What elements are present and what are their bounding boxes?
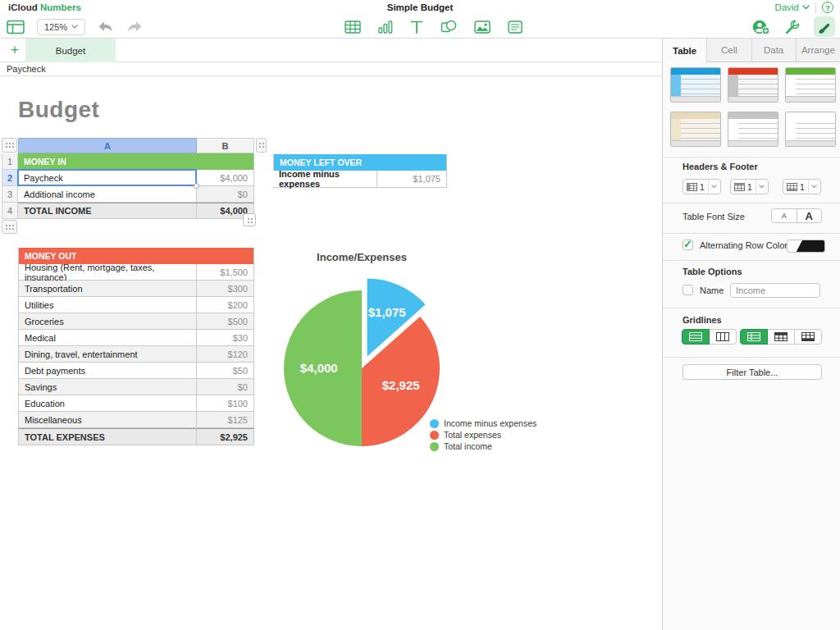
expense-value-cell[interactable]: $500 [197, 313, 254, 330]
increase-font-button[interactable]: A [797, 209, 822, 222]
expense-label-cell[interactable]: Dining, travel, entertainment [18, 346, 197, 363]
total-expenses-label-cell[interactable]: TOTAL EXPENSES [18, 428, 197, 445]
header-rows-stepper[interactable]: 1 [730, 179, 769, 194]
vertical-gridlines-button[interactable] [709, 329, 737, 345]
insert-media-button[interactable] [474, 21, 491, 34]
redo-icon [126, 21, 143, 34]
insert-comment-button[interactable] [508, 21, 523, 34]
formula-bar[interactable]: Paycheck [0, 62, 662, 76]
expense-value-cell[interactable]: $0 [197, 379, 254, 395]
expense-label-cell[interactable]: Medical [18, 330, 197, 346]
expense-value-cell[interactable]: $120 [197, 346, 254, 363]
table-style-swatch[interactable] [728, 67, 778, 103]
sheet-tab-budget[interactable]: Budget [25, 39, 116, 62]
insert-text-button[interactable] [410, 21, 423, 34]
table-name-input[interactable] [730, 283, 820, 298]
table-row-handle[interactable] [2, 220, 17, 234]
insert-shape-button[interactable] [441, 20, 457, 34]
table-name-checkbox[interactable] [682, 285, 693, 295]
leftover-value-cell[interactable]: $1,075 [377, 171, 447, 188]
income-label-cell[interactable]: Additional income [18, 186, 197, 203]
legend-item[interactable]: Total expenses [430, 430, 536, 440]
help-button[interactable]: ? [822, 2, 833, 13]
row-number-3[interactable]: 3 [2, 186, 18, 203]
format-button[interactable] [814, 16, 835, 37]
footer-rows-stepper[interactable]: 1 [783, 179, 821, 194]
expense-value-cell[interactable]: $50 [197, 363, 254, 379]
sheet-canvas[interactable]: Budget A B 1 2 3 4 MONEY IN [0, 77, 662, 630]
pie-chart[interactable]: $1,075$2,925$4,000 [272, 274, 452, 454]
row-number-4[interactable]: 4 [2, 203, 18, 219]
money-left-over-table[interactable]: MONEY LEFT OVER Income minus expenses $1… [273, 154, 447, 188]
inspector-tab[interactable]: Cell [707, 39, 751, 62]
income-expenses-pie-svg[interactable]: $1,075$2,925$4,000 [272, 274, 452, 454]
inspector-tab[interactable]: Table [663, 39, 707, 62]
table-move-handle[interactable] [2, 138, 17, 153]
chart-title[interactable]: Income/Expenses [272, 251, 452, 263]
expense-label-cell[interactable]: Housing (Rent, mortgage, taxes, insuranc… [18, 264, 197, 281]
leftover-label-cell[interactable]: Income minus expenses [273, 171, 377, 188]
income-value-cell[interactable]: $0 [197, 186, 254, 203]
total-expenses-value-cell[interactable]: $2,925 [197, 428, 254, 445]
view-panel-button[interactable] [7, 20, 25, 34]
table-style-swatch[interactable] [785, 112, 836, 147]
table-style-swatch[interactable] [670, 112, 721, 147]
income-label-cell[interactable]: Paycheck [18, 170, 197, 186]
selection-handle[interactable] [194, 183, 199, 189]
expense-label-cell[interactable]: Miscellaneous [18, 412, 197, 428]
total-income-label-cell[interactable]: TOTAL INCOME [18, 203, 197, 219]
row-number-2[interactable]: 2 [2, 170, 18, 186]
expense-value-cell[interactable]: $100 [197, 395, 254, 412]
table-style-swatch[interactable] [670, 67, 721, 103]
table-style-swatch[interactable] [728, 112, 778, 147]
collaborate-button[interactable] [751, 19, 771, 35]
income-value-cell[interactable]: $4,000 [197, 170, 254, 186]
expense-label-cell[interactable]: Education [18, 395, 197, 412]
expense-label-cell[interactable]: Savings [18, 379, 197, 395]
header-column-gridlines-button[interactable] [767, 329, 795, 345]
expense-label-cell[interactable]: Utilities [18, 297, 197, 313]
filter-table-button[interactable]: Filter Table... [682, 364, 822, 380]
insert-chart-button[interactable] [378, 21, 393, 34]
gridlines-group-1 [682, 329, 737, 345]
expense-value-cell[interactable]: $1,500 [197, 264, 254, 281]
expense-value-cell[interactable]: $125 [197, 412, 254, 428]
alternating-row-color-checkbox[interactable] [682, 240, 693, 250]
row-number-1[interactable]: 1 [2, 153, 18, 170]
tools-button[interactable] [784, 19, 801, 35]
column-header-a[interactable]: A [18, 138, 197, 153]
table-resize-handle[interactable] [243, 213, 256, 226]
money-in-table[interactable]: A B 1 2 3 4 MONEY IN Paycheck [2, 138, 254, 219]
table-column-handle[interactable] [256, 138, 267, 153]
row-color-well[interactable] [787, 240, 825, 253]
header-gridlines-button[interactable] [740, 329, 768, 345]
legend-item[interactable]: Income minus expenses [430, 418, 536, 428]
legend-item[interactable]: Total income [430, 441, 536, 451]
inspector-tab[interactable]: Arrange [797, 39, 840, 62]
money-left-over-header-cell[interactable]: MONEY LEFT OVER [273, 154, 447, 171]
decrease-font-button[interactable]: A [772, 209, 797, 222]
money-out-table[interactable]: MONEY OUT Housing (Rent, mortgage, taxes… [18, 248, 254, 445]
section-divider [663, 308, 840, 308]
zoom-control[interactable]: 125% [37, 19, 85, 35]
redo-button[interactable] [126, 21, 143, 34]
horizontal-gridlines-button[interactable] [682, 329, 710, 345]
expense-value-cell[interactable]: $300 [197, 281, 254, 297]
expense-label-cell[interactable]: Debt payments [18, 363, 197, 379]
money-in-header-cell[interactable]: MONEY IN [18, 153, 254, 170]
insert-tools-group [345, 15, 523, 39]
expense-value-cell[interactable]: $200 [197, 297, 254, 313]
sheet-title[interactable]: Budget [18, 97, 99, 123]
table-style-swatch[interactable] [785, 67, 836, 103]
column-header-b[interactable]: B [197, 138, 254, 153]
add-sheet-button[interactable]: + [7, 43, 22, 57]
header-columns-stepper[interactable]: 1 [682, 179, 721, 194]
footer-gridlines-button[interactable] [794, 329, 822, 345]
expense-value-cell[interactable]: $30 [197, 330, 254, 346]
undo-button[interactable] [98, 21, 114, 34]
user-menu[interactable]: David [775, 2, 810, 12]
inspector-tab[interactable]: Data [752, 39, 797, 62]
expense-label-cell[interactable]: Groceries [18, 313, 197, 330]
expense-label-cell[interactable]: Transportation [18, 281, 197, 297]
insert-table-button[interactable] [345, 21, 361, 34]
